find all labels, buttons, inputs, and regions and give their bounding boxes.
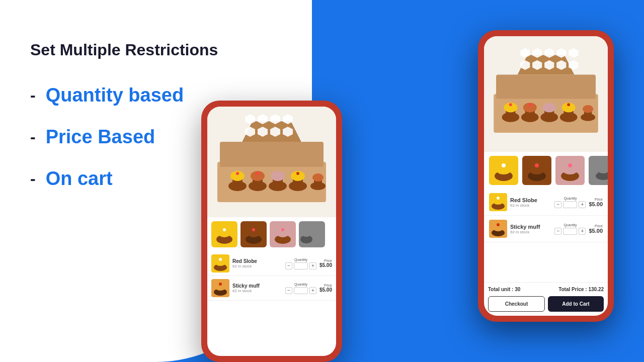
svg-point-77 [567, 103, 570, 106]
qty-minus-large-2[interactable]: − [554, 228, 561, 235]
large-thumb-3[interactable] [555, 156, 585, 185]
qty-input-large-1[interactable] [563, 201, 577, 208]
price-value-1: $5.00 [319, 262, 332, 268]
product-row-2-large: Sticky muff 62 in stock Quantity − + Pri… [484, 216, 608, 242]
qty-controls-1: Quantity − + [285, 258, 316, 269]
dash-icon: - [30, 169, 36, 188]
svg-point-42 [301, 229, 311, 237]
quantity-label: Quantity based [46, 84, 184, 106]
price-label-2: Price [324, 284, 332, 287]
totals-row: Total unit : 30 Total Price : 130.22 [488, 287, 604, 292]
qty-minus-large-1[interactable]: − [554, 201, 561, 208]
product-info-1: Red Slobe 62 in stock [232, 258, 282, 268]
phone-large-screen: Red Slobe 62 in stock Quantity − + Price… [484, 36, 608, 316]
total-unit: Total unit : 30 [488, 287, 520, 292]
price-value-large-2: $5.00 [589, 228, 603, 234]
qty-label-large-2: Quantity [564, 223, 577, 227]
svg-point-66 [509, 103, 512, 106]
price-col-1: Price $5.00 [319, 259, 332, 268]
product-row-1-large: Red Slobe 62 in stock Quantity − + Price… [484, 189, 608, 216]
svg-point-13 [236, 172, 239, 175]
thumb-1[interactable] [211, 221, 237, 247]
qty-input-2[interactable] [294, 287, 308, 294]
svg-point-46 [219, 258, 222, 261]
svg-point-92 [568, 163, 572, 167]
add-to-cart-button[interactable]: Add to Cart [548, 296, 604, 312]
product-stock-large-1: 62 in stock [510, 203, 551, 208]
qty-controls-large-2: Quantity − + [554, 223, 586, 235]
product-name-1: Red Slobe [232, 258, 282, 264]
thumb-4[interactable] [299, 221, 325, 247]
thumbnail-strip-large [484, 152, 608, 189]
svg-point-84 [502, 163, 506, 167]
qty-row-large-1: − + [554, 201, 586, 208]
svg-point-50 [219, 283, 222, 286]
svg-point-39 [281, 228, 284, 231]
checkout-button[interactable]: Checkout [488, 296, 545, 312]
svg-marker-62 [569, 48, 578, 58]
product-info-large-1: Red Slobe 62 in stock [510, 197, 551, 208]
product-thumb-large-2 [489, 220, 507, 238]
dash-icon: - [30, 86, 36, 105]
price-label-1: Price [324, 259, 332, 262]
qty-plus-large-2[interactable]: + [579, 228, 586, 235]
page-title: Set Multiple Restrictions [30, 40, 282, 59]
qty-plus-large-1[interactable]: + [579, 201, 586, 208]
price-label-large-1: Price [595, 198, 603, 201]
product-name-large-2: Sticky muff [510, 224, 551, 230]
qty-row-1: − + [285, 262, 316, 269]
btn-row: Checkout Add to Cart [488, 296, 604, 312]
product-stock-1: 62 in stock [232, 264, 282, 268]
product-thumb-1 [211, 254, 229, 273]
price-col-2: Price $5.00 [319, 284, 332, 293]
svg-point-17 [256, 172, 259, 175]
large-thumb-1[interactable] [489, 156, 518, 185]
svg-point-73 [542, 103, 556, 112]
qty-minus-2[interactable]: − [285, 287, 292, 294]
svg-point-80 [583, 105, 593, 113]
product-info-large-2: Sticky muff 62 in stock [510, 224, 551, 234]
svg-rect-1 [220, 142, 324, 167]
price-col-large-1: Price $5.00 [589, 198, 603, 207]
svg-point-88 [535, 163, 539, 167]
svg-point-103 [497, 223, 500, 226]
qty-row-2: − + [285, 287, 316, 294]
price-value-large-1: $5.00 [589, 201, 603, 207]
thumb-3[interactable] [270, 221, 296, 247]
qty-input-1[interactable] [294, 262, 308, 269]
cart-label: On cart [46, 168, 113, 190]
product-name-large-1: Red Slobe [510, 197, 551, 203]
product-name-2: Sticky muff [232, 283, 282, 289]
qty-label-2: Quantity [294, 283, 307, 286]
svg-point-27 [312, 173, 324, 182]
svg-point-20 [271, 171, 285, 181]
price-value-2: $5.00 [319, 287, 332, 293]
product-row-1-small: Red Slobe 62 in stock Quantity − + Price… [207, 251, 336, 276]
svg-point-99 [497, 197, 500, 200]
product-stock-large-2: 62 in stock [510, 230, 551, 234]
qty-plus-2[interactable]: + [309, 287, 316, 294]
phone-large: Red Slobe 62 in stock Quantity − + Price… [478, 30, 614, 322]
product-thumb-2 [211, 279, 229, 297]
price-label: Price Based [46, 126, 155, 148]
price-col-large-2: Price $5.00 [589, 224, 603, 234]
large-thumb-4[interactable] [589, 156, 608, 185]
qty-controls-2: Quantity − + [285, 283, 316, 294]
price-label-large-2: Price [595, 224, 603, 228]
thumbnail-strip-small [207, 217, 336, 251]
svg-point-35 [252, 228, 255, 231]
product-stock-2: 62 in stock [232, 289, 282, 293]
qty-plus-1[interactable]: + [309, 262, 316, 269]
product-thumb-large-1 [489, 193, 507, 211]
product-image-small [207, 107, 336, 217]
svg-point-31 [223, 228, 226, 231]
qty-minus-1[interactable]: − [285, 262, 292, 269]
phone-small-screen: Red Slobe 62 in stock Quantity − + Price… [207, 107, 336, 356]
phone-small: Red Slobe 62 in stock Quantity − + Price… [201, 101, 342, 362]
large-thumb-2[interactable] [522, 156, 551, 185]
dash-icon: - [30, 128, 36, 146]
svg-rect-52 [496, 75, 596, 99]
thumb-2[interactable] [240, 221, 267, 247]
qty-input-large-2[interactable] [563, 228, 577, 235]
product-info-2: Sticky muff 62 in stock [232, 283, 282, 293]
